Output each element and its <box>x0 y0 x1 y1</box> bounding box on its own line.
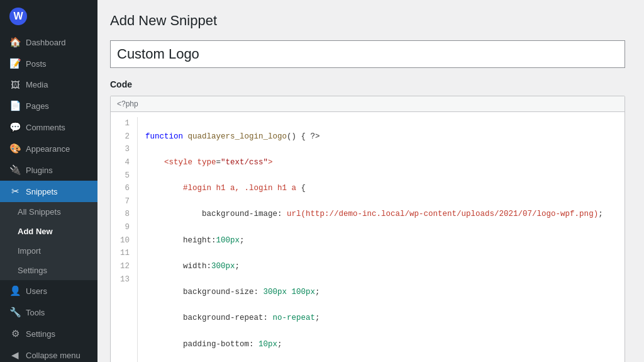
sidebar-item-import[interactable]: Import <box>0 241 97 261</box>
code-section-label: Code <box>110 79 625 89</box>
sidebar-item-label: Media <box>26 80 48 89</box>
add-new-label: Add New <box>18 227 53 236</box>
collapse-icon: ◀ <box>9 349 21 361</box>
code-body: 12345 678910 111213 function quadlayers_… <box>111 112 625 362</box>
code-editor[interactable]: <?php 12345 678910 111213 function quadl… <box>110 96 625 362</box>
code-header: <?php <box>111 96 625 112</box>
users-label: Users <box>26 286 47 296</box>
wp-logo-icon: W <box>9 8 27 25</box>
sidebar-item-label: Dashboard <box>26 38 66 47</box>
pages-icon: 📄 <box>9 100 21 111</box>
sidebar-item-collapse[interactable]: ◀ Collapse menu <box>0 344 97 362</box>
line-numbers: 12345 678910 111213 <box>111 117 138 362</box>
posts-icon: 📝 <box>9 58 21 69</box>
snippet-name-input[interactable] <box>110 40 625 68</box>
sidebar-item-settings[interactable]: ⚙ Settings <box>0 323 97 344</box>
sidebar-item-label: Posts <box>26 59 47 69</box>
sidebar-item-label: Comments <box>26 123 65 132</box>
sidebar-logo: W <box>0 0 97 31</box>
sidebar-item-tools[interactable]: 🔧 Tools <box>0 302 97 323</box>
sidebar-item-settings-sub[interactable]: Settings <box>0 261 97 280</box>
appearance-icon: 🎨 <box>9 143 21 154</box>
tools-label: Tools <box>26 308 45 317</box>
sidebar-item-users[interactable]: 👤 Users <box>0 280 97 302</box>
settings-icon: ⚙ <box>9 328 21 339</box>
sidebar-item-pages[interactable]: 📄 Pages <box>0 95 97 116</box>
users-icon: 👤 <box>9 285 21 297</box>
sidebar-item-plugins[interactable]: 🔌 Plugins <box>0 159 97 181</box>
all-snippets-label: All Snippets <box>18 207 61 217</box>
import-label: Import <box>18 246 41 256</box>
sidebar-item-posts[interactable]: 📝 Posts <box>0 53 97 74</box>
sidebar-item-label: Plugins <box>26 166 53 175</box>
main-content: Add New Snippet Code <?php 12345 678910 … <box>97 0 644 362</box>
page-title: Add New Snippet <box>110 13 625 29</box>
code-lines: function quadlayers_login_logo() { ?> <s… <box>145 117 625 362</box>
sidebar-item-comments[interactable]: 💬 Comments <box>0 116 97 138</box>
sidebar-item-label: Appearance <box>26 144 70 154</box>
sidebar-item-label: Snippets <box>26 187 58 196</box>
media-icon: 🖼 <box>9 79 21 90</box>
collapse-label: Collapse menu <box>26 351 80 360</box>
snippets-icon: ✂ <box>9 186 21 197</box>
sidebar-item-label: Pages <box>26 101 49 111</box>
dashboard-icon: 🏠 <box>9 37 21 48</box>
tools-icon: 🔧 <box>9 307 21 318</box>
sidebar-item-media[interactable]: 🖼 Media <box>0 74 97 95</box>
plugins-icon: 🔌 <box>9 164 21 176</box>
settings-label: Settings <box>26 329 55 339</box>
comments-icon: 💬 <box>9 122 21 133</box>
sidebar-item-snippets[interactable]: ✂ Snippets <box>0 181 97 202</box>
settings-sub-label: Settings <box>18 266 47 275</box>
sidebar-item-add-new[interactable]: Add New <box>0 222 97 241</box>
sidebar-item-all-snippets[interactable]: All Snippets <box>0 202 97 222</box>
sidebar-item-dashboard[interactable]: 🏠 Dashboard <box>0 31 97 53</box>
sidebar: W 🏠 Dashboard 📝 Posts 🖼 Media 📄 Pages 💬 … <box>0 0 97 362</box>
snippets-submenu: All Snippets Add New Import Settings <box>0 202 97 280</box>
sidebar-item-appearance[interactable]: 🎨 Appearance <box>0 138 97 159</box>
